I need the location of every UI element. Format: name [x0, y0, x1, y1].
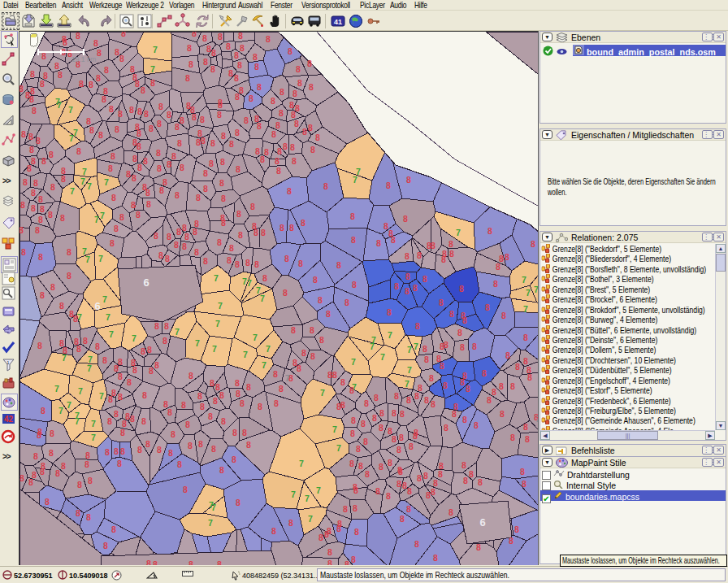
svg-text:7: 7 [80, 176, 85, 186]
svg-text:8: 8 [20, 473, 24, 483]
svg-text:8: 8 [21, 247, 26, 257]
svg-text:8: 8 [433, 553, 438, 563]
svg-text:8: 8 [386, 181, 391, 190]
svg-text:7: 7 [215, 319, 220, 328]
svg-text:7: 7 [407, 345, 412, 355]
svg-text:8: 8 [375, 486, 380, 496]
svg-text:8: 8 [258, 402, 262, 411]
svg-text:8: 8 [500, 409, 505, 419]
svg-text:8: 8 [396, 445, 401, 455]
svg-text:8: 8 [132, 173, 136, 183]
svg-text:8: 8 [164, 321, 169, 331]
svg-text:8: 8 [505, 252, 509, 262]
svg-text:8: 8 [40, 204, 45, 214]
svg-text:8: 8 [244, 115, 249, 125]
svg-text:7: 7 [150, 64, 155, 74]
svg-text:8: 8 [197, 391, 202, 401]
svg-text:7: 7 [253, 333, 258, 342]
svg-text:8: 8 [137, 107, 142, 116]
svg-text:8: 8 [462, 460, 466, 470]
svg-text:8: 8 [279, 384, 284, 394]
svg-text:8: 8 [250, 202, 255, 211]
svg-text:7: 7 [308, 514, 313, 524]
svg-text:7: 7 [87, 363, 92, 373]
svg-text:8: 8 [240, 398, 245, 408]
svg-text:7: 7 [73, 128, 78, 137]
svg-text:8: 8 [177, 138, 182, 148]
svg-text:8: 8 [203, 256, 208, 266]
svg-text:8: 8 [41, 51, 46, 61]
svg-text:8: 8 [365, 469, 370, 479]
svg-text:8: 8 [38, 194, 43, 204]
svg-text:8: 8 [118, 357, 123, 367]
svg-text:7: 7 [299, 459, 304, 468]
svg-text:8: 8 [246, 440, 251, 450]
svg-text:8: 8 [275, 120, 280, 130]
svg-text:8: 8 [132, 365, 137, 375]
svg-text:8: 8 [424, 395, 429, 405]
svg-text:8: 8 [115, 124, 119, 134]
svg-text:8: 8 [136, 128, 141, 138]
svg-text:8: 8 [28, 477, 33, 487]
svg-text:8: 8 [30, 69, 35, 79]
svg-text:8: 8 [336, 260, 341, 270]
svg-text:8: 8 [379, 462, 384, 472]
svg-text:8: 8 [253, 52, 258, 62]
svg-text:8: 8 [318, 533, 323, 542]
svg-text:8: 8 [219, 465, 224, 475]
svg-text:8: 8 [264, 147, 269, 157]
svg-text:8: 8 [29, 94, 34, 104]
svg-text:8: 8 [31, 156, 36, 166]
svg-text:8: 8 [443, 381, 448, 390]
svg-text:8: 8 [167, 407, 172, 417]
svg-text:8: 8 [103, 541, 108, 550]
svg-text:8: 8 [110, 238, 115, 248]
svg-text:8: 8 [162, 336, 167, 346]
svg-text:7: 7 [351, 357, 356, 367]
svg-text:8: 8 [298, 259, 303, 268]
svg-text:8: 8 [98, 130, 103, 140]
svg-text:8: 8 [405, 272, 410, 281]
svg-text:8: 8 [296, 64, 301, 74]
svg-text:8: 8 [145, 188, 150, 198]
svg-text:8: 8 [141, 416, 146, 426]
svg-text:8: 8 [509, 536, 514, 546]
svg-text:7: 7 [68, 105, 73, 115]
svg-text:8: 8 [424, 355, 429, 364]
svg-text:7: 7 [336, 443, 341, 453]
svg-text:8: 8 [76, 344, 81, 354]
svg-text:8: 8 [438, 469, 443, 479]
svg-text:8: 8 [217, 237, 222, 247]
svg-text:8: 8 [55, 468, 60, 478]
svg-text:8: 8 [462, 315, 467, 325]
svg-text:8: 8 [137, 163, 142, 172]
svg-text:7: 7 [370, 342, 375, 351]
svg-text:8: 8 [400, 409, 405, 419]
svg-text:7: 7 [208, 518, 213, 528]
svg-text:8: 8 [203, 57, 208, 67]
svg-text:8: 8 [89, 80, 93, 89]
svg-text:8: 8 [374, 393, 379, 402]
svg-text:8: 8 [358, 461, 363, 471]
svg-text:7: 7 [106, 312, 110, 322]
svg-text:8: 8 [97, 48, 102, 58]
svg-text:8: 8 [291, 325, 296, 335]
svg-text:8: 8 [399, 433, 404, 442]
svg-text:>>: >> [2, 452, 11, 461]
svg-text:8: 8 [288, 46, 292, 56]
svg-text:8: 8 [254, 62, 259, 72]
svg-text:8: 8 [262, 273, 267, 283]
svg-text:8: 8 [200, 402, 205, 411]
svg-text:8: 8 [185, 420, 190, 429]
svg-text:8: 8 [36, 136, 41, 146]
svg-text:8: 8 [49, 150, 54, 159]
svg-text:8: 8 [202, 33, 207, 43]
svg-text:8: 8 [105, 447, 110, 457]
svg-text:8: 8 [240, 43, 245, 53]
svg-text:8: 8 [45, 497, 50, 507]
svg-text:8: 8 [226, 41, 231, 51]
svg-text:8: 8 [236, 389, 240, 398]
svg-text:8: 8 [257, 121, 262, 131]
svg-text:8: 8 [229, 243, 234, 253]
svg-text:8: 8 [510, 433, 515, 442]
